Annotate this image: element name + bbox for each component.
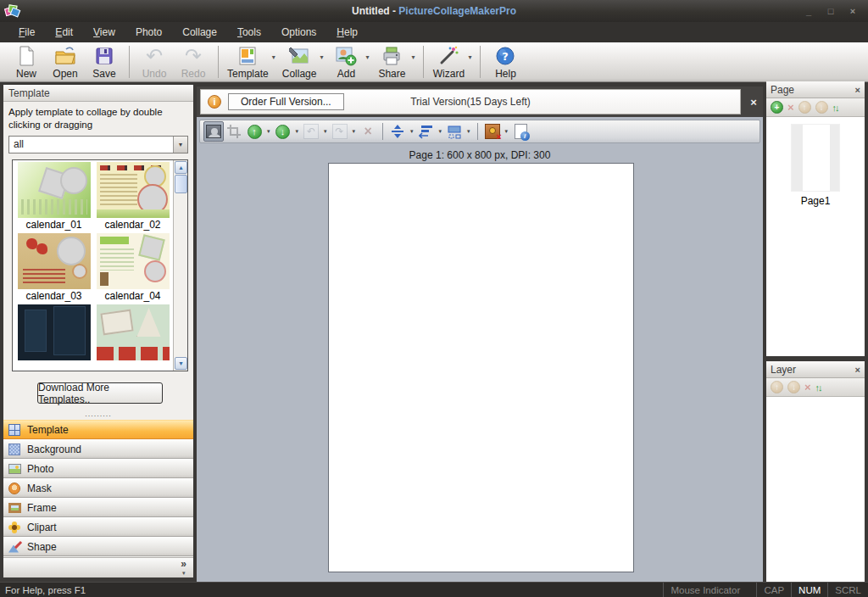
category-template[interactable]: Template	[3, 420, 193, 439]
delete-page-button[interactable]: ×	[787, 101, 794, 114]
undo-button[interactable]: ↶ Undo	[135, 42, 174, 81]
scroll-up-icon: ▲	[178, 165, 184, 170]
collage-dropdown-caret[interactable]: ▾	[320, 53, 323, 61]
edit-photo-button[interactable]	[203, 121, 224, 142]
wizard-dropdown-caret[interactable]: ▾	[468, 53, 471, 61]
share-button[interactable]: Share	[372, 42, 411, 81]
banner-close-button[interactable]: ×	[744, 96, 763, 109]
remove-clipart-button[interactable]: ×	[482, 121, 503, 142]
template-thumbnail-calendar-02[interactable]	[97, 162, 170, 218]
template-item[interactable]: calendar_03	[14, 233, 93, 303]
rotate-right-caret[interactable]: ▾	[353, 128, 356, 135]
template-item[interactable]	[14, 304, 93, 360]
page-down-button[interactable]: ↓	[815, 101, 828, 114]
rotate-right-button[interactable]: ↷	[330, 121, 350, 142]
template-item[interactable]: calendar_01	[14, 162, 93, 232]
category-more-bar[interactable]: »▾	[3, 557, 193, 577]
share-dropdown-caret[interactable]: ▾	[411, 53, 415, 61]
page-thumbnail[interactable]	[791, 124, 840, 192]
collage-photo-icon	[289, 45, 309, 67]
redo-button[interactable]: ↷ Redo	[174, 42, 213, 81]
add-dropdown-caret[interactable]: ▾	[365, 53, 369, 61]
rotate-left-caret[interactable]: ▾	[324, 128, 327, 135]
menu-tools[interactable]: Tools	[227, 24, 271, 41]
order-full-version-button[interactable]: Order Full Version...	[228, 93, 344, 110]
layer-up-button[interactable]: ↑	[771, 381, 783, 393]
move-up-layer-button[interactable]: ↑	[244, 121, 264, 142]
category-frame[interactable]: Frame	[3, 498, 193, 517]
category-list: Template Background Photo Mask Frame Cli…	[3, 420, 193, 556]
move-up-caret[interactable]: ▾	[267, 128, 270, 135]
page-panel-close-button[interactable]: ×	[855, 85, 860, 95]
template-hint-text: Apply template to collage by double clic…	[3, 102, 193, 133]
layer-down-button[interactable]: ↓	[787, 381, 800, 393]
align-vertical-caret[interactable]: ▾	[410, 128, 414, 135]
undo-arrow-icon: ↶	[146, 45, 163, 67]
template-item[interactable]: calendar_02	[93, 162, 172, 232]
layer-panel-close-button[interactable]: ×	[855, 365, 860, 375]
scrollbar-thumb[interactable]	[175, 175, 187, 193]
template-item[interactable]: calendar_04	[93, 233, 172, 303]
menu-collage[interactable]: Collage	[172, 24, 227, 41]
menu-photo[interactable]: Photo	[125, 24, 172, 41]
delete-object-button[interactable]: ×	[358, 121, 378, 142]
filter-dropdown-button[interactable]: ▾	[173, 137, 187, 153]
align-horizontal-button[interactable]	[416, 121, 437, 142]
properties-button[interactable]: i	[510, 121, 531, 142]
chevron-more-icon[interactable]: »▾	[181, 559, 186, 578]
template-list-scrollbar[interactable]: ▲ ▼	[173, 160, 187, 371]
category-shape[interactable]: Shape	[3, 537, 193, 556]
category-mask[interactable]: Mask	[3, 478, 193, 498]
collage-button[interactable]: Collage	[279, 42, 320, 81]
category-clipart[interactable]: Clipart	[3, 517, 193, 537]
move-down-layer-button[interactable]: ↓	[273, 121, 293, 142]
same-size-button[interactable]	[444, 121, 465, 142]
save-button[interactable]: Save	[85, 42, 124, 81]
menu-help[interactable]: Help	[326, 24, 368, 41]
svg-text:?: ?	[503, 50, 509, 63]
menu-view[interactable]: View	[83, 24, 125, 41]
add-button[interactable]: Add	[326, 42, 365, 81]
template-thumbnail-calendar-01[interactable]	[18, 162, 91, 218]
delete-layer-button[interactable]: ×	[804, 381, 811, 393]
wizard-button[interactable]: Wizard	[429, 42, 468, 81]
template-dropdown-caret[interactable]: ▾	[272, 53, 275, 61]
remove-clipart-caret[interactable]: ▾	[505, 128, 509, 135]
menu-edit[interactable]: Edit	[45, 24, 83, 41]
help-button[interactable]: ? Help	[486, 42, 525, 81]
same-size-caret[interactable]: ▾	[467, 128, 470, 135]
add-page-button[interactable]: +	[771, 101, 783, 114]
crop-icon	[226, 124, 242, 139]
align-vertical-button[interactable]	[387, 121, 408, 142]
template-thumbnail-calendar-03[interactable]	[18, 233, 91, 289]
new-button[interactable]: New	[7, 42, 46, 81]
swap-layers-icon[interactable]: ↑↓	[815, 382, 821, 393]
template-item[interactable]	[93, 304, 172, 360]
move-down-caret[interactable]: ▾	[296, 128, 299, 135]
rotate-left-button[interactable]: ↶	[301, 121, 321, 142]
panel-splitter-handle[interactable]: .........	[3, 410, 193, 417]
window-title: Untitled - PictureCollageMakerPro	[0, 5, 868, 17]
open-button[interactable]: Open	[46, 42, 85, 81]
template-thumbnail[interactable]	[97, 304, 170, 360]
menu-options[interactable]: Options	[271, 24, 326, 41]
template-button[interactable]: Template	[224, 42, 272, 81]
template-thumbnail[interactable]	[18, 304, 91, 360]
template-panel: Template Apply template to collage by do…	[3, 85, 193, 577]
scroll-down-button[interactable]: ▼	[175, 357, 187, 370]
align-horizontal-caret[interactable]: ▾	[439, 128, 442, 135]
template-thumbnail-calendar-04[interactable]	[97, 233, 170, 289]
swap-pages-icon[interactable]: ↑↓	[832, 103, 838, 113]
page-up-button[interactable]: ↑	[798, 101, 811, 114]
download-more-templates-button[interactable]: Download More Templates..	[37, 382, 163, 404]
collage-canvas[interactable]	[328, 163, 634, 572]
menu-file[interactable]: File	[8, 24, 45, 41]
crop-button[interactable]	[224, 121, 244, 142]
scroll-up-button[interactable]: ▲	[175, 161, 187, 174]
template-filter-select[interactable]: all ▾	[8, 136, 188, 153]
editor-toolbar: ↑ ▾ ↓ ▾ ↶ ▾ ↷ ▾ × ▾ ▾ ▾ × ▾ i	[199, 120, 760, 143]
category-photo[interactable]: Photo	[3, 459, 193, 478]
title-bar: Untitled - PictureCollageMakerPro _ □ ×	[0, 0, 868, 22]
category-background[interactable]: Background	[3, 439, 193, 459]
mask-icon	[8, 482, 21, 495]
